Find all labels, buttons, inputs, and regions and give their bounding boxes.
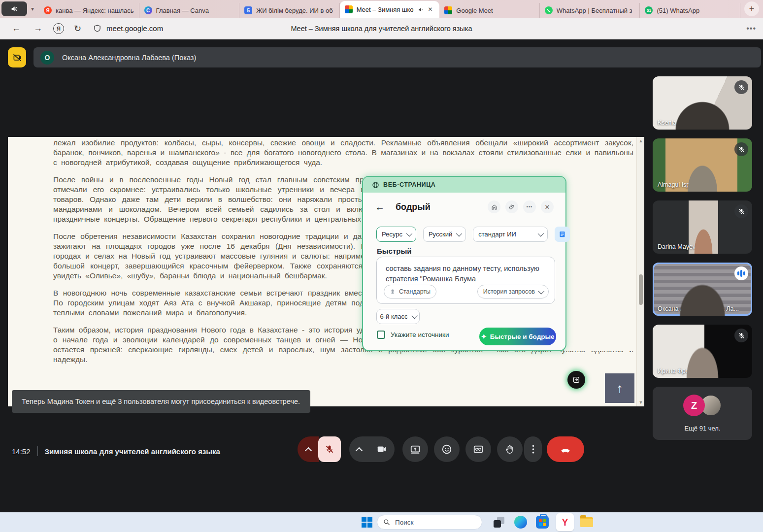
participant-name: Ирина Фролова: [658, 367, 702, 374]
mic-options-button[interactable]: [298, 436, 319, 462]
open-in-window-icon: [572, 376, 580, 384]
whatsapp-badge-icon: 51: [645, 6, 653, 14]
mic-off-icon: [734, 142, 748, 156]
extension-floating-button[interactable]: [567, 371, 585, 389]
captions-button[interactable]: [465, 436, 491, 462]
screen: ▾ Я канва — Яндекс: нашлась C Главная — …: [0, 0, 763, 532]
ai-assistant-popup: ВЕБ-СТРАНИЦА ← бодрый ••• ✕ Ресурс Русск…: [362, 176, 566, 351]
prompt-text[interactable]: составь задания по данному тесту, исполь…: [386, 264, 539, 284]
tab-canva[interactable]: C Главная — Canva: [139, 3, 240, 18]
tab-whatsapp[interactable]: WhatsApp | Бесплатный з: [540, 3, 640, 18]
vertical-dots-icon: [532, 444, 534, 454]
scroll-to-top-button[interactable]: ↑: [605, 373, 634, 403]
participant-name: Darina Mayeva: [658, 243, 699, 250]
task-view-icon: [494, 517, 504, 528]
scroll-down-icon[interactable]: ▼: [637, 400, 644, 405]
more-options-icon[interactable]: •••: [523, 200, 536, 213]
document-format-button[interactable]: [555, 227, 570, 242]
task-view-button[interactable]: [490, 513, 508, 531]
browser-address-bar: ← → Я ↻ meet.google.com Meet – Зимняя шк…: [0, 18, 763, 39]
captions-icon: [473, 444, 484, 455]
camera-options-button[interactable]: [349, 447, 369, 452]
browser-more-icon[interactable]: •••: [746, 24, 756, 33]
attachment-icon[interactable]: [505, 200, 518, 213]
file-explorer-button[interactable]: [578, 513, 596, 531]
sources-checkbox[interactable]: [377, 331, 385, 339]
ai-model-select[interactable]: стандарт ИИ: [473, 227, 548, 242]
mic-off-icon: [734, 80, 748, 94]
speaker-icon: [10, 5, 18, 13]
tab-google-meet[interactable]: Google Meet: [439, 3, 540, 18]
participant-tile[interactable]: Darina Mayeva: [653, 200, 752, 254]
canva-icon: C: [144, 6, 152, 14]
scrollbar-thumb[interactable]: [639, 274, 643, 305]
chevron-down-icon: [538, 288, 545, 294]
slides-icon: 5: [244, 6, 252, 14]
participant-tile[interactable]: Ksenia Tsoy: [653, 76, 752, 130]
close-tab-icon[interactable]: ✕: [428, 6, 433, 13]
tab-whatsapp-unread[interactable]: 51 (51) WhatsApp: [640, 3, 740, 18]
standard-badge-icon: [390, 289, 396, 295]
taskbar-search[interactable]: Поиск: [377, 515, 482, 530]
back-icon[interactable]: ←: [375, 201, 385, 213]
meet-icon: [345, 5, 353, 13]
smiley-icon: [441, 444, 452, 455]
reactions-button[interactable]: [434, 436, 460, 462]
document-scrollbar[interactable]: ▲ ▼: [636, 137, 644, 406]
start-button[interactable]: [358, 513, 376, 531]
yandex-browser-button[interactable]: Y: [556, 513, 574, 531]
camera-off-warning-button[interactable]: [8, 47, 26, 67]
popup-header: ВЕБ-СТРАНИЦА: [363, 177, 565, 193]
present-button[interactable]: [402, 436, 428, 462]
language-select[interactable]: Русский: [423, 227, 466, 242]
raise-hand-button[interactable]: [497, 436, 523, 462]
home-icon[interactable]: [488, 200, 500, 213]
sparkle-icon: ✦: [481, 332, 486, 340]
yandex-browser-icon: Y: [562, 517, 568, 528]
tab-meet-active[interactable]: Meet – Зимняя шко ✕: [340, 1, 440, 18]
avatar: Z: [683, 395, 705, 416]
generate-button[interactable]: ✦ Быстрые и бодрые: [479, 328, 556, 345]
more-participants-tile[interactable]: Z Ещё 91 чел.: [653, 387, 752, 440]
tab-yandex-search[interactable]: Я канва — Яндекс: нашлась: [39, 3, 139, 18]
close-icon[interactable]: ✕: [541, 200, 554, 213]
new-tab-button[interactable]: +: [744, 1, 759, 16]
chevron-up-icon: [356, 447, 363, 454]
scroll-up-icon[interactable]: ▲: [637, 138, 644, 143]
hand-icon: [504, 444, 515, 455]
camera-control: [349, 436, 395, 462]
meeting-title: Зимняя школа для учителей английского яз…: [45, 447, 220, 456]
mic-toggle-button[interactable]: [318, 436, 341, 462]
standards-button[interactable]: Стандарты: [384, 285, 436, 299]
end-call-button[interactable]: [547, 436, 584, 462]
document-paragraph: лежал изобилие продуктов: колбасы, сыры,…: [53, 138, 633, 167]
chevron-down-icon: [538, 231, 544, 237]
whatsapp-icon: [545, 6, 553, 14]
meet-icon: [444, 6, 452, 14]
tab-slides[interactable]: 5 ЖИ білім беруде. ИИ в об: [239, 3, 340, 18]
participant-tile[interactable]: Ирина Фролова: [653, 325, 752, 378]
chevron-down-icon[interactable]: ▾: [31, 5, 34, 12]
participant-name: Оксана Александровна Ла...: [658, 305, 739, 312]
resource-select[interactable]: Ресурс: [376, 227, 416, 242]
participant-tile-speaking[interactable]: Оксана Александровна Ла...: [653, 263, 752, 316]
store-button[interactable]: [533, 513, 551, 531]
hang-up-icon: [559, 443, 572, 456]
participant-name: Almagul Ispulayeva: [658, 181, 711, 188]
chevron-down-icon: [411, 313, 418, 319]
section-label: Быстрый: [377, 247, 411, 255]
yandex-icon: Я: [44, 6, 52, 14]
sources-label: Укажите источники: [391, 331, 449, 338]
browser-audio-button[interactable]: [1, 1, 27, 16]
edge-button[interactable]: [512, 513, 530, 531]
grade-select[interactable]: 6-й класс: [376, 309, 420, 324]
camera-toggle-button[interactable]: [369, 444, 395, 455]
join-toast: Теперь Мадина Токен и ещё 3 пользователя…: [12, 390, 310, 413]
history-button[interactable]: История запросов: [477, 285, 549, 299]
chevron-down-icon: [406, 231, 412, 237]
store-icon: [536, 516, 549, 529]
prompt-textarea[interactable]: составь задания по данному тесту, исполь…: [376, 257, 555, 304]
tab-audio-icon[interactable]: [418, 6, 424, 13]
participant-tile[interactable]: Almagul Ispulayeva: [653, 138, 752, 192]
more-options-button[interactable]: [524, 436, 542, 462]
